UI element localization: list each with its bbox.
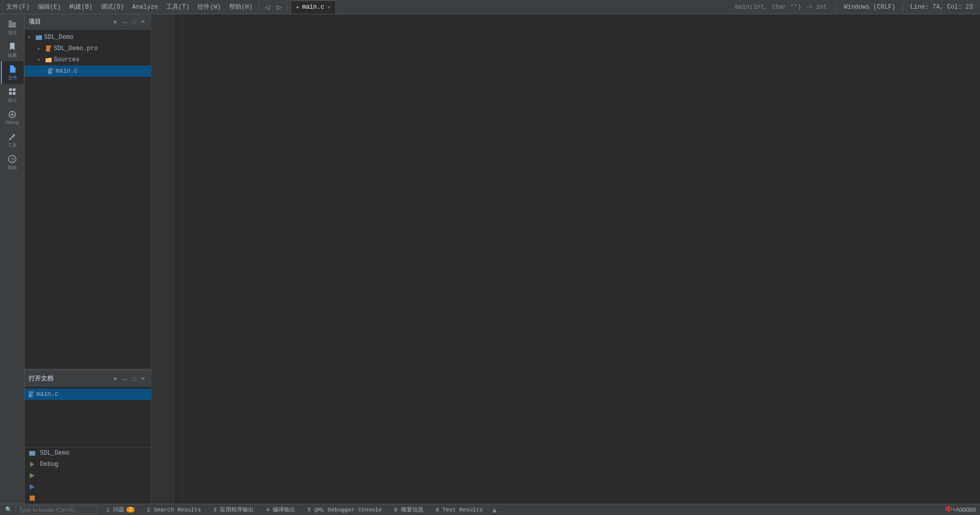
bottom-sidebar-debug[interactable]: Debug: [25, 459, 151, 470]
stop-icon: [29, 495, 36, 502]
tree-item-sources[interactable]: ▾ Sources: [25, 54, 151, 65]
right-gutter: [975, 14, 980, 504]
menu-item-help[interactable]: 帮助(H): [226, 3, 256, 11]
c-file-icon: ●: [296, 5, 299, 10]
bottom-sidebar-sdl-demo[interactable]: SDL_Demo: [25, 447, 151, 459]
status-tab-search[interactable]: 2 Search Results: [141, 504, 207, 516]
sidebar-item-file-label: 文件: [8, 75, 17, 81]
svg-rect-3: [8, 26, 15, 27]
svg-rect-5: [12, 88, 15, 91]
status-tab-problems[interactable]: 1 问题 2: [100, 504, 141, 516]
open-file-main-c[interactable]: c main.c: [25, 389, 151, 400]
tree-item-main-c[interactable]: c main.c: [25, 65, 151, 77]
svg-rect-2: [8, 24, 15, 25]
svg-rect-27: [30, 496, 35, 501]
run-icon: [29, 472, 36, 479]
editor-tab-area: ● main.c ✕: [291, 1, 727, 14]
svg-rect-23: [29, 451, 35, 456]
file-tab-main-c[interactable]: ● main.c ✕: [291, 1, 336, 14]
svg-rect-15: [46, 46, 50, 52]
code-body[interactable]: [182, 14, 975, 504]
stop-button-area[interactable]: [25, 492, 151, 504]
bottom-sidebar: SDL_Demo Debug: [25, 447, 151, 504]
tree-arrow-pro: ▸: [37, 46, 43, 52]
panel-filter-btn[interactable]: ▼: [110, 18, 119, 26]
overview-tab-label: 6 概要信息: [394, 506, 423, 513]
svg-rect-4: [9, 88, 11, 91]
search-tab-label: 2 Search Results: [147, 507, 201, 513]
menu-item-build[interactable]: 构建(B): [66, 3, 96, 11]
menu-item-edit[interactable]: 编辑(E): [35, 3, 64, 11]
close-tab-button[interactable]: ✕: [327, 4, 330, 10]
status-tab-tests[interactable]: 8 Test Results: [430, 504, 489, 516]
editor-area: [151, 14, 980, 504]
sidebar-item-tools[interactable]: 工具: [1, 129, 24, 151]
run-button-area[interactable]: [25, 470, 151, 481]
sdl-demo-icon: [29, 450, 36, 457]
status-tab-compile[interactable]: 4 编译输出: [260, 504, 301, 516]
sidebar-item-help[interactable]: ? 帮助: [1, 151, 24, 174]
panel-minimize-btn[interactable]: —: [121, 18, 129, 26]
status-tab-app-output[interactable]: 3 应用程序输出: [207, 504, 260, 516]
c-file-icon: c: [47, 68, 54, 75]
tree-item-sdl-demo-pro[interactable]: ▸ SDL_Demo.pro: [25, 43, 151, 54]
panel-close-btn[interactable]: ✕: [139, 18, 147, 26]
open-files-minimize-btn[interactable]: —: [121, 375, 129, 383]
status-tab-overview[interactable]: 6 概要信息: [388, 504, 429, 516]
separator: [836, 3, 837, 11]
svg-marker-16: [50, 46, 52, 47]
main-layout: 项目 收藏 文件 设计 Debug 工具 ? 帮助: [0, 14, 980, 504]
file-tree-content: ▾ SDL_Demo ▸ SDL_Demo.pro ▾ Sources: [25, 30, 151, 369]
line-col-info: Line: 74, Col: 23: [906, 4, 977, 11]
folder-icon: [45, 56, 52, 63]
svg-rect-14: [36, 35, 38, 36]
separator: [287, 3, 287, 11]
panel-maximize-btn[interactable]: □: [131, 18, 138, 26]
build-button-area[interactable]: [25, 481, 151, 492]
sidebar-item-design[interactable]: 设计: [1, 84, 24, 106]
open-files-list: c main.c: [25, 387, 151, 447]
svg-rect-6: [9, 92, 11, 94]
svg-marker-24: [30, 462, 34, 467]
search-input-area[interactable]: 🔍: [3, 506, 14, 513]
status-tab-qml[interactable]: 5 QML Debugger Console: [301, 504, 388, 516]
panel-actions: ▼ — □ ✕: [110, 18, 147, 26]
tree-item-sdl-demo[interactable]: ▾ SDL_Demo: [25, 32, 151, 43]
fold-gutter: [174, 14, 182, 504]
status-more-btn[interactable]: ▲: [489, 506, 500, 514]
sidebar-item-bookmark[interactable]: 收藏: [1, 39, 24, 61]
menu-item-tools[interactable]: 工具(T): [163, 3, 193, 11]
line-numbers: [151, 14, 174, 504]
menu-item-controls[interactable]: 控件(W): [194, 3, 224, 11]
sidebar-item-project[interactable]: 项目: [1, 16, 24, 39]
nav-forward-button[interactable]: ▷: [274, 3, 284, 12]
open-files-header: 打开文档 ▼ — □ ✕: [25, 371, 151, 387]
sidebar-item-bookmark-label: 收藏: [8, 52, 17, 59]
problems-tab-label: 1 问题: [106, 506, 124, 513]
menu-item-debug[interactable]: 调试(D): [98, 3, 127, 11]
sidebar-item-design-label: 设计: [8, 97, 17, 104]
tree-arrow-sdl-demo: ▾: [28, 34, 34, 40]
svg-marker-18: [52, 68, 54, 70]
debug-icon: [29, 461, 36, 468]
sidebar-item-debug[interactable]: Debug: [1, 106, 24, 129]
editor-content[interactable]: [151, 14, 980, 504]
open-files-close-btn[interactable]: ✕: [139, 375, 147, 383]
open-files-filter-btn[interactable]: ▼: [110, 375, 119, 383]
status-right: 中 +ΛΩΩΩΩΩ: [941, 505, 980, 514]
nav-back-button[interactable]: ◁: [262, 3, 272, 12]
sdl-demo-label: SDL_Demo: [40, 450, 70, 457]
menu-item-analyze[interactable]: Analyze: [129, 4, 161, 11]
search-input[interactable]: [15, 506, 97, 514]
sidebar-item-file[interactable]: 文件: [1, 61, 24, 84]
compile-tab-label: 4 编译输出: [266, 506, 295, 513]
menu-item-file[interactable]: 文件(F): [3, 3, 33, 11]
project-panel-header: 项目 ▼ — □ ✕: [25, 14, 151, 30]
svg-rect-1: [8, 23, 15, 24]
open-file-label: main.c: [36, 391, 58, 398]
svg-text:?: ?: [11, 156, 14, 163]
open-c-file-icon: c: [28, 391, 35, 398]
open-files-maximize-btn[interactable]: □: [131, 375, 138, 383]
separator: [259, 3, 259, 11]
separator: [903, 3, 903, 11]
